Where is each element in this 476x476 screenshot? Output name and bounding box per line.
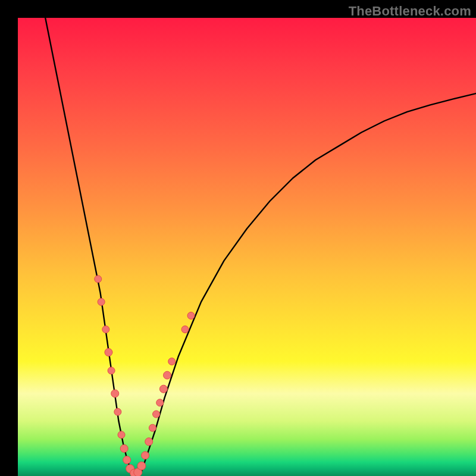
data-marker xyxy=(145,438,153,446)
data-marker xyxy=(114,408,121,415)
data-marker xyxy=(102,326,109,333)
watermark-text: TheBottleneck.com xyxy=(349,4,471,19)
data-marker xyxy=(108,367,115,374)
data-marker xyxy=(105,349,112,356)
chart-frame: TheBottleneck.com xyxy=(0,0,476,476)
data-marker xyxy=(118,431,125,439)
bottleneck-curve xyxy=(45,18,476,476)
data-marker xyxy=(168,358,176,365)
data-marker xyxy=(120,444,128,452)
data-marker xyxy=(159,385,167,393)
data-marker xyxy=(187,312,195,320)
plot-area xyxy=(18,18,476,476)
bottleneck-chart xyxy=(18,18,476,476)
data-marker xyxy=(142,452,149,459)
data-marker xyxy=(98,298,105,305)
data-marker xyxy=(164,371,171,379)
data-marker xyxy=(123,456,131,464)
data-marker xyxy=(137,462,146,470)
data-marker xyxy=(156,399,164,406)
data-marker xyxy=(95,275,102,283)
data-marker xyxy=(111,390,119,397)
data-marker xyxy=(149,424,156,431)
data-marker xyxy=(153,411,160,418)
data-marker xyxy=(181,326,189,333)
